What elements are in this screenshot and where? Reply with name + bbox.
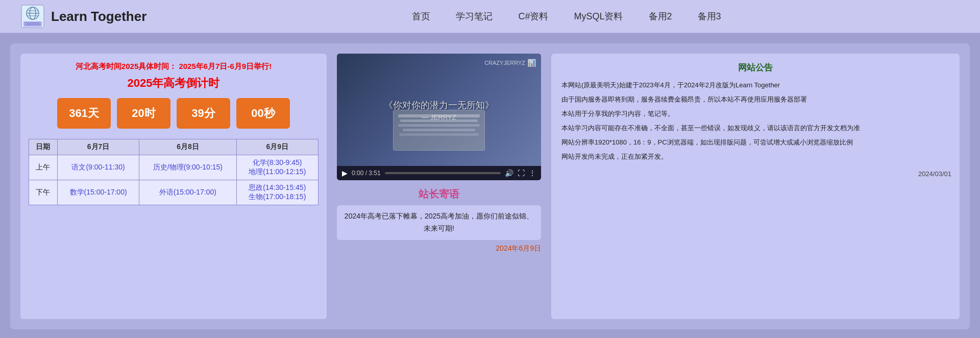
schedule-table: 日期 6月7日 6月8日 6月9日 上午 语文(9:00-11:30) 历史/物… xyxy=(29,139,318,205)
middle-panel: CRAZYJERRYZ 📊 《你对你的潜力一无所知》 — JERRYZ ▶ 0:… xyxy=(337,54,541,319)
announcement-item-4: 本站学习内容可能存在不准确，不全面，甚至一些错误，如发现歧义，请以该语言的官方开… xyxy=(559,123,951,134)
afternoon-day3: 思政(14:30-15:45) 生物(17:00-18:15) xyxy=(236,180,318,205)
video-channel-name: CRAZYJERRYZ xyxy=(484,60,525,66)
main-content: 河北高考时间2025具体时间： 2025年6月7日-6月9日举行! 2025年高… xyxy=(10,43,970,329)
countdown-days: 361天 xyxy=(57,98,111,129)
notice-highlight: 2025年6月7日-6月9日举行! xyxy=(179,62,272,70)
morning-day3-subject2[interactable]: 地理(11:00-12:15) xyxy=(249,167,306,176)
announcement-item-5: 网站分辨率1920*1080，16：9，PC浏览器端，如出现排版问题，可尝试增大… xyxy=(559,137,951,148)
afternoon-day3-subject2[interactable]: 生物(17:00-18:15) xyxy=(249,192,306,201)
more-button[interactable]: ⋮ xyxy=(529,169,536,177)
nav-item-home[interactable]: 首页 xyxy=(412,10,430,22)
announcement-item-2: 由于国内服务器即将到期，服务器续费金额昂贵，所以本站不再使用应用服务器部署 xyxy=(559,94,951,105)
countdown-hours: 20时 xyxy=(117,98,170,129)
logo-icon xyxy=(20,4,45,29)
morning-day2: 历史/物理(9:00-10:15) xyxy=(139,155,236,180)
video-thumbnail: CRAZYJERRYZ 📊 《你对你的潜力一无所知》 — JERRYZ xyxy=(337,54,541,166)
left-panel: 河北高考时间2025具体时间： 2025年6月7日-6月9日举行! 2025年高… xyxy=(20,54,327,319)
announcement-item-3: 本站用于分享我的学习内容，笔记等。 xyxy=(559,108,951,119)
webmaster-text: 2024年高考已落下帷幕，2025高考加油，愿你们前途似锦、未来可期! xyxy=(337,205,541,240)
period-morning: 上午 xyxy=(29,155,58,180)
table-row-morning: 上午 语文(9:00-11:30) 历史/物理(9:00-10:15) 化学(8… xyxy=(29,155,318,180)
countdown-seconds: 00秒 xyxy=(236,98,290,129)
video-overlay-title: 《你对你的潜力一无所知》 xyxy=(384,99,494,111)
gaokao-notice: 河北高考时间2025具体时间： 2025年6月7日-6月9日举行! xyxy=(29,62,318,71)
afternoon-day2-subject[interactable]: 外语(15:00-17:00) xyxy=(159,188,216,196)
table-header-day2: 6月8日 xyxy=(139,139,236,155)
video-top-right-label: CRAZYJERRYZ 📊 xyxy=(484,59,536,67)
time-display: 0:00 / 3:51 xyxy=(352,170,381,177)
nav-item-mysql[interactable]: MySQL资料 xyxy=(574,10,623,22)
progress-bar[interactable] xyxy=(385,172,501,174)
announcement-date: 2024/03/01 xyxy=(559,170,951,178)
table-row-afternoon: 下午 数学(15:00-17:00) 外语(15:00-17:00) 思政(14… xyxy=(29,180,318,205)
afternoon-day2: 外语(15:00-17:00) xyxy=(139,180,236,205)
site-title: Learn Together xyxy=(51,9,146,25)
volume-button[interactable]: 🔊 xyxy=(505,169,513,177)
afternoon-day1-subject[interactable]: 数学(15:00-17:00) xyxy=(70,188,127,196)
nav-item-csharp[interactable]: C#资料 xyxy=(518,10,548,22)
morning-day3-subject1[interactable]: 化学(8:30-9:45) xyxy=(253,158,302,166)
nav-item-backup2[interactable]: 备用2 xyxy=(649,10,672,22)
table-header-day3: 6月9日 xyxy=(236,139,318,155)
morning-day1: 语文(9:00-11:30) xyxy=(57,155,139,180)
logo-area: Learn Together xyxy=(20,4,174,29)
webmaster-title: 站长寄语 xyxy=(419,187,459,201)
header: Learn Together 首页 学习笔记 C#资料 MySQL资料 备用2 … xyxy=(0,0,980,33)
afternoon-day1: 数学(15:00-17:00) xyxy=(57,180,139,205)
fullscreen-button[interactable]: ⛶ xyxy=(518,169,525,177)
svg-rect-6 xyxy=(23,21,42,27)
play-button[interactable]: ▶ xyxy=(342,169,348,177)
bar-icon: 📊 xyxy=(527,59,536,67)
table-header-day1: 6月7日 xyxy=(57,139,139,155)
notice-text: 河北高考时间2025具体时间： xyxy=(76,62,177,70)
countdown-boxes: 361天 20时 39分 00秒 xyxy=(29,98,318,129)
video-controls: ▶ 0:00 / 3:51 🔊 ⛶ ⋮ xyxy=(337,166,541,180)
morning-day3: 化学(8:30-9:45) 地理(11:00-12:15) xyxy=(236,155,318,180)
countdown-title: 2025年高考倒计时 xyxy=(29,76,318,91)
nav-item-notes[interactable]: 学习笔记 xyxy=(456,10,493,22)
period-afternoon: 下午 xyxy=(29,180,58,205)
announcement-title: 网站公告 xyxy=(559,62,951,74)
morning-day1-subject[interactable]: 语文(9:00-11:30) xyxy=(71,163,125,171)
announcement-item-1: 本网站(原最美明天)始建于2023年4月，于2024年2月改版为Learn To… xyxy=(559,80,951,91)
video-container: CRAZYJERRYZ 📊 《你对你的潜力一无所知》 — JERRYZ ▶ 0:… xyxy=(337,54,541,180)
webmaster-date: 2024年6月9日 xyxy=(337,244,541,253)
table-header-period: 日期 xyxy=(29,139,58,155)
announcement-item-6: 网站开发尚未完成，正在加紧开发。 xyxy=(559,151,951,162)
countdown-minutes: 39分 xyxy=(177,98,230,129)
morning-day2-subject[interactable]: 历史/物理(9:00-10:15) xyxy=(153,163,223,171)
nav-item-backup3[interactable]: 备用3 xyxy=(698,10,721,22)
announcement-list: 本网站(原最美明天)始建于2023年4月，于2024年2月改版为Learn To… xyxy=(559,80,951,163)
right-panel: 网站公告 本网站(原最美明天)始建于2023年4月，于2024年2月改版为Lea… xyxy=(551,54,960,319)
afternoon-day3-subject1[interactable]: 思政(14:30-15:45) xyxy=(249,183,306,191)
main-nav: 首页 学习笔记 C#资料 MySQL资料 备用2 备用3 xyxy=(174,10,960,22)
